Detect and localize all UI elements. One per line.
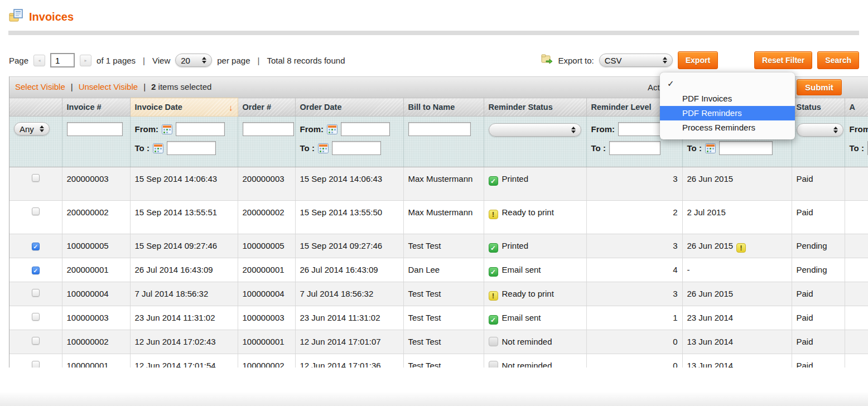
cell-bill-to: Max Mustermann [403, 167, 484, 201]
cell-status: Paid [792, 201, 845, 234]
cell-bill-to: Test Test [403, 354, 484, 368]
header-invoice-date-label: Invoice Date [135, 103, 182, 112]
order-date-to-input[interactable] [332, 141, 381, 155]
export-button[interactable]: Export [678, 51, 718, 69]
row-checkbox[interactable] [32, 361, 40, 368]
submit-button[interactable]: Submit [797, 79, 842, 95]
reminder-status-filter-select[interactable] [489, 123, 581, 137]
bill-to-name-filter-input[interactable] [408, 122, 471, 136]
reset-filter-button[interactable]: Reset Filter [754, 51, 812, 69]
cell-amount [845, 306, 868, 330]
invoice-row[interactable]: ✓ 200000001 26 Jul 2014 16:43:09 2000000… [9, 258, 868, 282]
calendar-icon[interactable] [318, 143, 329, 153]
invoice-row[interactable]: 200000003 15 Sep 2014 14:06:43 200000003… [9, 167, 868, 201]
cell-order-date: 26 Jul 2014 16:43:09 [295, 258, 403, 282]
header-amount[interactable]: A [845, 98, 868, 117]
reminder-status-icon [489, 361, 498, 368]
header-order-number[interactable]: Order # [238, 98, 295, 117]
header-order-date[interactable]: Order Date [295, 98, 403, 117]
actions-menu-item[interactable]: Process Reminders [660, 120, 795, 135]
row-checkbox[interactable] [32, 174, 40, 182]
cell-invoice: 200000001 [62, 258, 130, 282]
cell-status: Pending [792, 258, 845, 282]
previous-page-button[interactable]: ◂ [33, 55, 45, 66]
row-checkbox[interactable]: ✓ [32, 267, 40, 274]
cell-next-date: 13 Jun 2014 [687, 361, 734, 368]
cell-next-date: 26 Jun 2015 [687, 174, 734, 183]
total-records-label: Total 8 records found [267, 56, 345, 65]
cell-status: Paid [792, 167, 845, 201]
reminder-level-to-input[interactable] [609, 141, 660, 155]
actions-menu-empty-option[interactable]: ✓ [660, 76, 795, 91]
header-invoice-number[interactable]: Invoice # [62, 98, 130, 117]
actions-menu-item[interactable]: PDF Invoices [660, 91, 795, 106]
row-checkbox[interactable] [32, 337, 40, 345]
cell-next-date: 26 Jun 2015 [687, 289, 734, 298]
reminder-status-icon: ✓ [489, 315, 498, 325]
checkbox-cell [9, 167, 62, 201]
status-filter-select[interactable] [797, 123, 843, 137]
filter-reminder-status [484, 117, 586, 167]
actions-menu-item[interactable]: PDF Reminders [660, 106, 795, 120]
calendar-icon[interactable] [162, 124, 172, 134]
mass-select-value: Any [20, 124, 34, 134]
invoice-row[interactable]: 100000001 12 Jun 2014 17:01:54 100000002… [9, 354, 868, 368]
invoice-date-from-input[interactable] [176, 122, 225, 136]
order-date-from-input[interactable] [341, 122, 390, 136]
row-checkbox[interactable] [32, 313, 40, 321]
row-checkbox[interactable] [32, 207, 40, 215]
cell-reminder-status: Ready to print [502, 289, 554, 298]
header-bill-to-name[interactable]: Bill to Name [403, 98, 484, 117]
cell-reminder: ✓Printed [484, 167, 586, 201]
cell-status: Paid [792, 330, 845, 354]
cell-reminder-status: Not reminded [502, 361, 552, 368]
export-format-select[interactable]: CSV [599, 54, 673, 67]
per-page-select[interactable]: 20 [175, 54, 212, 67]
row-checkbox[interactable]: ✓ [32, 243, 40, 250]
invoice-row[interactable]: 100000003 23 Jun 2014 11:31:02 100000003… [9, 306, 868, 330]
search-button[interactable]: Search [817, 51, 859, 69]
mass-select-filter[interactable]: Any [14, 122, 50, 136]
invoice-row[interactable]: 100000002 12 Jun 2014 17:02:43 100000001… [9, 330, 868, 354]
calendar-icon[interactable] [705, 143, 716, 153]
header-reminder-status[interactable]: Reminder Status [484, 98, 586, 117]
invoice-row[interactable]: 100000004 7 Jul 2014 18:56:32 100000004 … [9, 282, 868, 306]
cell-invoice-date: 7 Jul 2014 18:56:32 [130, 282, 238, 306]
invoices-folder-icon [9, 9, 24, 25]
calendar-icon[interactable] [153, 143, 163, 153]
export-folder-icon [541, 54, 553, 66]
cell-reminder-status: Email sent [502, 313, 541, 322]
hidden-date-to-input[interactable] [719, 141, 773, 155]
cell-order-date: 15 Sep 2014 09:27:46 [295, 234, 403, 258]
from-label: From: [300, 124, 324, 134]
next-page-button[interactable]: ▸ [80, 55, 91, 66]
invoice-date-to-input[interactable] [167, 141, 216, 155]
header-invoice-date[interactable]: Invoice Date↓ [130, 98, 238, 117]
invoice-row[interactable]: ✓ 100000005 15 Sep 2014 09:27:46 1000000… [9, 234, 868, 258]
cell-next-date-wrap: 23 Jun 2014 [682, 306, 792, 330]
per-page-label: per page [217, 56, 250, 65]
invoice-number-filter-input[interactable] [67, 122, 123, 136]
unselect-visible-link[interactable]: Unselect Visible [79, 82, 138, 91]
filter-invoice-number [62, 117, 130, 167]
calendar-icon[interactable] [327, 124, 337, 134]
from-label: From: [135, 124, 159, 134]
checkbox-cell [9, 330, 62, 354]
checkbox-cell [9, 201, 62, 234]
reminder-status-icon: ! [489, 210, 498, 219]
cell-reminder-status: Email sent [502, 265, 541, 274]
page-number-input[interactable] [50, 53, 75, 67]
cell-order: 100000002 [238, 354, 295, 368]
filter-invoice-date: From: To : [130, 117, 238, 167]
cell-level: 3 [586, 167, 682, 201]
order-number-filter-input[interactable] [243, 122, 294, 136]
per-page-value: 20 [181, 56, 190, 65]
cell-level: 0 [586, 330, 682, 354]
cell-order: 200000001 [238, 258, 295, 282]
invoice-row[interactable]: 200000002 15 Sep 2014 13:55:51 200000002… [9, 201, 868, 234]
select-visible-link[interactable]: Select Visible [15, 82, 65, 91]
cell-next-date-wrap: 13 Jun 2014 [682, 354, 792, 368]
cell-invoice: 200000003 [62, 167, 130, 201]
row-checkbox[interactable] [32, 289, 40, 297]
header-status[interactable]: Status [792, 98, 845, 117]
